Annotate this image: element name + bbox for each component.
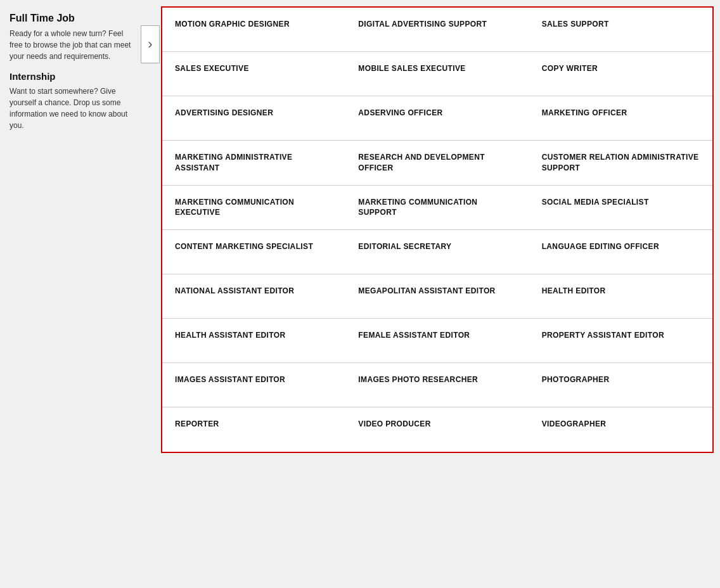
- job-cell[interactable]: HEALTH EDITOR: [529, 274, 712, 319]
- job-cell[interactable]: VIDEOGRAPHER: [529, 407, 712, 452]
- job-cell[interactable]: REPORTER: [162, 407, 345, 452]
- page-wrapper: Full Time Job Ready for a whole new turn…: [6, 6, 714, 453]
- job-cell[interactable]: RESEARCH AND DEVELOPMENT OFFICER: [345, 141, 529, 186]
- job-cell[interactable]: MOTION GRAPHIC DESIGNER: [162, 8, 345, 52]
- arrow-container: ›: [139, 6, 161, 453]
- job-cell[interactable]: MARKETING OFFICER: [529, 96, 712, 141]
- full-time-text: Ready for a whole new turn? Feel free to…: [10, 28, 133, 62]
- job-cell[interactable]: MEGAPOLITAN ASSISTANT EDITOR: [345, 274, 529, 319]
- job-cell[interactable]: IMAGES ASSISTANT EDITOR: [162, 363, 345, 407]
- job-cell[interactable]: IMAGES PHOTO RESEARCHER: [345, 363, 529, 407]
- internship-title: Internship: [10, 71, 133, 82]
- job-cell[interactable]: PROPERTY ASSISTANT EDITOR: [529, 319, 712, 363]
- job-cell[interactable]: ADVERTISING DESIGNER: [162, 96, 345, 141]
- job-cell[interactable]: SOCIAL MEDIA SPECIALIST: [529, 186, 712, 231]
- internship-text: Want to start somewhere? Give yourself a…: [10, 86, 133, 131]
- job-cell[interactable]: MOBILE SALES EXECUTIVE: [345, 52, 529, 96]
- job-cell[interactable]: EDITORIAL SECRETARY: [345, 230, 529, 274]
- job-cell[interactable]: LANGUAGE EDITING OFFICER: [529, 230, 712, 274]
- sidebar: Full Time Job Ready for a whole new turn…: [6, 6, 139, 453]
- job-cell[interactable]: CUSTOMER RELATION ADMINISTRATIVE SUPPORT: [529, 141, 712, 186]
- next-arrow-button[interactable]: ›: [141, 25, 160, 63]
- main-content: MOTION GRAPHIC DESIGNERDIGITAL ADVERTISI…: [161, 6, 714, 453]
- job-cell[interactable]: CONTENT MARKETING SPECIALIST: [162, 230, 345, 274]
- job-cell[interactable]: FEMALE ASSISTANT EDITOR: [345, 319, 529, 363]
- full-time-title: Full Time Job: [10, 13, 133, 24]
- job-cell[interactable]: SALES EXECUTIVE: [162, 52, 345, 96]
- job-cell[interactable]: SALES SUPPORT: [529, 8, 712, 52]
- job-cell[interactable]: MARKETING COMMUNICATION SUPPORT: [345, 186, 529, 231]
- job-cell[interactable]: ADSERVING OFFICER: [345, 96, 529, 141]
- job-cell[interactable]: COPY WRITER: [529, 52, 712, 96]
- job-cell[interactable]: MARKETING COMMUNICATION EXECUTIVE: [162, 186, 345, 231]
- job-cell[interactable]: VIDEO PRODUCER: [345, 407, 529, 452]
- job-cell[interactable]: DIGITAL ADVERTISING SUPPORT: [345, 8, 529, 52]
- job-cell[interactable]: MARKETING ADMINISTRATIVE ASSISTANT: [162, 141, 345, 186]
- jobs-grid: MOTION GRAPHIC DESIGNERDIGITAL ADVERTISI…: [162, 8, 712, 452]
- job-cell[interactable]: NATIONAL ASSISTANT EDITOR: [162, 274, 345, 319]
- chevron-right-icon: ›: [148, 36, 152, 53]
- job-cell[interactable]: PHOTOGRAPHER: [529, 363, 712, 407]
- job-cell[interactable]: HEALTH ASSISTANT EDITOR: [162, 319, 345, 363]
